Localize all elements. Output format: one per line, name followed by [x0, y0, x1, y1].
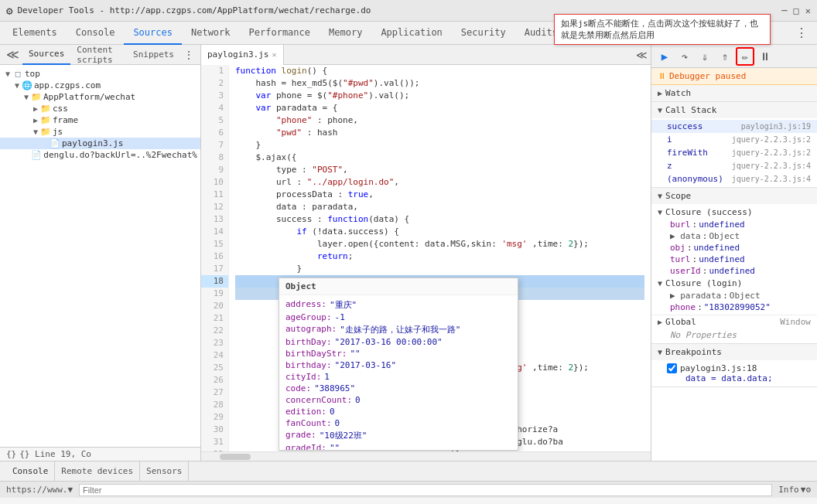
scope-global-row[interactable]: ▶ Global Window [651, 315, 817, 329]
step-out-btn[interactable]: ⇑ [716, 47, 734, 66]
tab-security[interactable]: Security [452, 22, 515, 45]
tab-performance[interactable]: Performance [240, 22, 320, 45]
code-line-10: url : "../app/login.do", [235, 176, 644, 189]
url-selector[interactable]: https://www.▼ [6, 485, 73, 495]
editor-action-left[interactable]: ≪ [633, 45, 651, 65]
line-num-4: 4 [201, 102, 228, 114]
tree-item-denglu[interactable]: ▶ 📄 denglu.do?backUrl=..%2Fwechat% [0, 149, 200, 161]
popup-row-grade: grade: "10级22班" [285, 429, 511, 442]
popup-val-edition: 0 [330, 407, 335, 417]
code-line-13: success : function(data) { [235, 213, 644, 226]
tab-console[interactable]: Console [67, 22, 125, 45]
devtools-menu-btn[interactable]: ⋮ [789, 26, 814, 40]
call-stack-item-4[interactable]: (anonymous) jquery-2.2.3.js:4 [651, 172, 817, 186]
bottom-tab-sensors[interactable]: Sensors [140, 461, 189, 482]
tree-arrow-css: ▶ [31, 104, 40, 113]
tree-item-top[interactable]: ▼ □ top [0, 68, 200, 80]
tree-arrow-top: ▼ [3, 70, 12, 78]
sub-tab-content-scripts[interactable]: Content scripts [70, 45, 127, 65]
code-editor[interactable]: 1 2 3 4 5 6 7 8 9 10 11 12 13 14 15 16 1 [201, 65, 651, 451]
breakpoint-code-0: data = data.data; [667, 373, 811, 383]
maximize-btn[interactable]: □ [794, 5, 799, 16]
sub-tabs-more[interactable]: ⋮ [180, 49, 197, 61]
filter-input[interactable] [83, 485, 768, 495]
call-stack-item-2[interactable]: fireWith jquery-2.2.3.js:2 [651, 146, 817, 159]
tab-elements[interactable]: Elements [3, 22, 67, 45]
call-stack-file-3: jquery-2.2.3.js:4 [732, 162, 811, 170]
scope-row-data[interactable]: ▶ data : Object [651, 230, 817, 242]
line-num-20: 20 [201, 300, 228, 312]
annotation-text: 如果js断点不能断住，点击两次这个按钮就好了，也就是先禁用断点然后启用 [561, 19, 758, 40]
scope-val-burl: undefined [699, 220, 745, 230]
tree-item-paylogin3[interactable]: ▶ 📄 paylogin3.js [0, 138, 200, 149]
sub-tab-sources[interactable]: Sources [22, 45, 70, 65]
close-btn[interactable]: ✕ [805, 5, 811, 16]
deactivate-breakpoints-btn[interactable]: ✏ [736, 47, 754, 66]
devtools-icon: ⚙ [6, 5, 12, 17]
horizontal-scrollbar[interactable] [201, 451, 651, 461]
call-stack-header[interactable]: ▼ Call Stack [651, 102, 817, 118]
line-numbers: 1 2 3 4 5 6 7 8 9 10 11 12 13 14 15 16 1 [201, 65, 229, 451]
settings-icon[interactable]: ⚙ [805, 485, 811, 495]
info-arrow[interactable]: ▼ [801, 485, 806, 495]
tree-icon-js: 📁 [40, 127, 51, 137]
tree-label-top: top [25, 69, 40, 79]
scope-val-data: Object [709, 231, 740, 241]
editor-tab-close[interactable]: ✕ [272, 50, 276, 59]
filter-input-container[interactable] [79, 484, 772, 496]
scope-row-paradata[interactable]: ▶ paradata : Object [651, 290, 817, 301]
popup-val-address: "重庆" [330, 299, 357, 311]
breakpoints-body: paylogin3.js:18 data = data.data; [651, 360, 817, 387]
tab-sources[interactable]: Sources [124, 22, 182, 45]
minimize-btn[interactable]: ─ [781, 5, 787, 16]
line-num-3: 3 [201, 90, 228, 102]
bottom-tab-console[interactable]: Console [6, 461, 55, 482]
watch-section: ▶ Watch [651, 85, 817, 102]
call-stack-item-1[interactable]: i jquery-2.2.3.js:2 [651, 133, 817, 146]
popup-val-code: "388965" [314, 383, 355, 393]
tab-application[interactable]: Application [371, 22, 451, 45]
breakpoints-header[interactable]: ▼ Breakpoints [651, 344, 817, 360]
tree-item-js[interactable]: ▼ 📁 js [0, 126, 200, 138]
tree-item-wechat[interactable]: ▼ 📁 AppPlatform/wechat [0, 91, 200, 103]
scope-header[interactable]: ▼ Scope [651, 188, 817, 204]
watch-header[interactable]: ▶ Watch [651, 85, 817, 101]
scope-row-userid: userId : undefined [651, 265, 817, 277]
tree-icon-wechat: 📁 [31, 92, 42, 102]
tree-label-domain: app.czgps.com [34, 80, 101, 90]
tree-item-css[interactable]: ▶ 📁 css [0, 103, 200, 114]
code-line-6: "pwd" : hash [235, 127, 644, 139]
editor-tab-paylogin3[interactable]: paylogin3.js ✕ [201, 45, 284, 65]
scope-row-obj: obj : undefined [651, 242, 817, 254]
popup-header: Object [279, 278, 518, 295]
scroll-thumb[interactable] [220, 454, 251, 460]
popup-row-code: code: "388965" [285, 383, 511, 394]
scope-group-login[interactable]: ▼ Closure (login) [651, 277, 817, 290]
scope-val-userid: undefined [709, 266, 755, 276]
popup-key-agegroup: ageGroup: [285, 312, 332, 322]
bottom-tab-remote[interactable]: Remote devices [55, 461, 140, 482]
line-num-12: 12 [201, 201, 228, 213]
resume-btn[interactable]: ▶ [655, 47, 674, 66]
breakpoint-checkbox-0[interactable] [667, 363, 677, 373]
breakpoints-section: ▼ Breakpoints paylogin3.js:18 data = dat… [651, 344, 817, 387]
popup-body[interactable]: address: "重庆" ageGroup: -1 autograph: "走… [279, 295, 518, 450]
scope-section: ▼ Scope ▼ Closure (success) burl : undef… [651, 188, 817, 344]
pause-exceptions-btn[interactable]: ⏸ [756, 47, 774, 66]
breakpoint-label-0[interactable]: paylogin3.js:18 [667, 363, 811, 373]
tab-memory[interactable]: Memory [320, 22, 371, 45]
line-num-32: 32 [201, 448, 228, 451]
step-into-btn[interactable]: ⇓ [696, 47, 714, 66]
collapse-btn[interactable]: ≪ [3, 47, 22, 62]
line-num-1: 1 [201, 65, 228, 77]
step-over-btn[interactable]: ↷ [675, 47, 694, 66]
call-stack-item-3[interactable]: z jquery-2.2.3.js:4 [651, 159, 817, 172]
tab-network[interactable]: Network [182, 22, 240, 45]
tree-item-frame[interactable]: ▶ 📁 frame [0, 114, 200, 126]
sub-tab-snippets[interactable]: Snippets [127, 45, 180, 65]
tree-arrow-domain: ▼ [12, 81, 22, 90]
popup-key-fancount: fanCount: [285, 418, 332, 428]
call-stack-item-0[interactable]: success paylogin3.js:19 [651, 120, 817, 133]
scope-group-success[interactable]: ▼ Closure (success) [651, 206, 817, 219]
tree-item-domain[interactable]: ▼ 🌐 app.czgps.com [0, 80, 200, 91]
